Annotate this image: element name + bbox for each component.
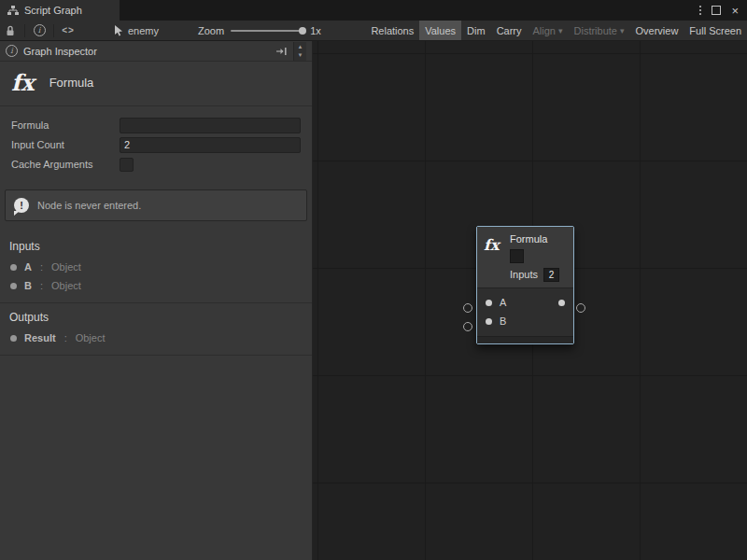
outputs-section: Outputs Result : Object <box>0 303 312 356</box>
formula-node-title: Formula <box>510 233 567 248</box>
formula-node-formula-input[interactable] <box>510 249 524 263</box>
zoom-slider-knob[interactable] <box>299 27 306 35</box>
toolbar-toggles: Relations Values Dim Carry Align ▾ Distr… <box>365 21 747 40</box>
graph-inspector-title: Graph Inspector <box>23 46 97 57</box>
port-connector-ring-a[interactable] <box>463 303 472 313</box>
graph-inspector-header: i Graph Inspector ▲ ▼ <box>0 41 312 62</box>
fx-icon: fx <box>484 236 503 282</box>
formula-node-ports: A B <box>477 287 573 336</box>
cache-arguments-checkbox[interactable] <box>120 158 134 172</box>
formula-field-row: Formula <box>11 116 301 134</box>
kebab-menu-icon[interactable] <box>699 6 701 15</box>
graph-inspector-panel: i Graph Inspector ▲ ▼ fx Formula Formula <box>0 41 313 560</box>
inputs-section: Inputs A : Object B : Object <box>0 232 312 303</box>
input-count-stepper[interactable]: 2 <box>543 268 559 282</box>
formula-field-label: Formula <box>11 119 120 131</box>
overview-button[interactable]: Overview <box>630 21 684 40</box>
graph-toolbar: i <> enemy Zoom 1x Relations Values Dim … <box>0 21 747 41</box>
values-toggle[interactable]: Values <box>419 21 461 40</box>
window-controls: × <box>699 0 747 21</box>
info-icon[interactable]: i <box>29 21 49 40</box>
panel-scroll-control[interactable]: ▲ ▼ <box>293 42 306 61</box>
output-port-item: Result : Object <box>0 329 312 347</box>
port-connector-ring-b[interactable] <box>463 322 472 331</box>
dim-toggle[interactable]: Dim <box>461 21 491 40</box>
code-view-icon[interactable]: <> <box>58 21 78 40</box>
input-port-item: A : Object <box>0 258 312 276</box>
zoom-control: Zoom 1x <box>198 25 321 36</box>
warning-box: ! Node is never entered. <box>5 189 307 221</box>
toolbar-separator <box>24 24 25 37</box>
input-count-input[interactable] <box>120 137 301 153</box>
outputs-section-header: Outputs <box>0 307 312 329</box>
graph-canvas[interactable]: fx Formula Inputs 2 A <box>313 41 747 560</box>
input-count-label: Input Count <box>11 139 120 150</box>
inputs-label: Inputs <box>510 269 538 280</box>
info-icon: i <box>6 45 18 57</box>
input-port-b[interactable] <box>486 318 492 325</box>
formula-node-inputs-row: Inputs 2 <box>510 267 567 282</box>
maximize-icon[interactable] <box>712 6 721 15</box>
inputs-section-header: Inputs <box>0 236 312 258</box>
chevron-down-icon: ▾ <box>620 26 625 35</box>
script-graph-icon <box>7 6 19 16</box>
unity-script-graph-window: Script Graph × i <> enemy Zoom <box>0 0 747 560</box>
chevron-down-icon: ▾ <box>558 26 563 35</box>
dock-icon[interactable] <box>275 47 288 56</box>
formula-node[interactable]: fx Formula Inputs 2 A <box>476 226 574 344</box>
warning-icon: ! <box>14 198 29 213</box>
relations-toggle[interactable]: Relations <box>365 21 419 40</box>
input-port-item: B : Object <box>0 276 312 295</box>
port-connector-ring-result[interactable] <box>576 303 585 313</box>
zoom-value: 1x <box>310 25 321 36</box>
input-count-field-row: Input Count <box>11 135 301 154</box>
tab-label: Script Graph <box>24 5 82 16</box>
tab-script-graph[interactable]: Script Graph <box>0 0 120 21</box>
cache-arguments-row: Cache Arguments <box>11 155 301 174</box>
distribute-dropdown[interactable]: Distribute ▾ <box>569 21 630 40</box>
scroll-up-icon[interactable]: ▲ <box>298 43 303 50</box>
lock-icon[interactable] <box>0 21 21 40</box>
inspected-node-title: Formula <box>49 76 94 90</box>
port-dot-icon <box>10 264 17 271</box>
formula-input[interactable] <box>120 118 301 133</box>
toolbar-separator <box>53 24 54 37</box>
port-row-a: A <box>477 293 573 312</box>
inspected-node-header: fx Formula <box>0 62 312 106</box>
warning-text: Node is never entered. <box>37 200 141 211</box>
graph-name: enemy <box>128 25 159 36</box>
port-b-label: B <box>500 315 506 327</box>
full-screen-button[interactable]: Full Screen <box>684 21 747 40</box>
fx-icon: fx <box>11 69 35 96</box>
formula-node-footer <box>477 336 573 343</box>
node-fields: Formula Input Count Cache Arguments <box>0 106 312 180</box>
formula-node-header: fx Formula Inputs 2 <box>477 227 573 287</box>
pointer-cursor-icon <box>114 25 123 36</box>
port-a-label: A <box>500 297 506 308</box>
port-dot-icon <box>10 335 17 342</box>
scroll-down-icon[interactable]: ▼ <box>298 51 303 59</box>
port-row-b: B <box>477 312 573 330</box>
zoom-slider[interactable] <box>231 30 303 32</box>
zoom-label: Zoom <box>198 25 224 36</box>
tab-bar: Script Graph × <box>0 0 747 21</box>
carry-toggle[interactable]: Carry <box>491 21 528 40</box>
output-port-result[interactable] <box>558 300 565 306</box>
graph-breadcrumb[interactable]: enemy <box>114 25 159 36</box>
cache-arguments-label: Cache Arguments <box>11 159 120 170</box>
align-dropdown[interactable]: Align ▾ <box>528 21 569 40</box>
close-icon[interactable]: × <box>731 5 739 17</box>
port-dot-icon <box>10 283 17 289</box>
input-port-a[interactable] <box>486 300 492 306</box>
